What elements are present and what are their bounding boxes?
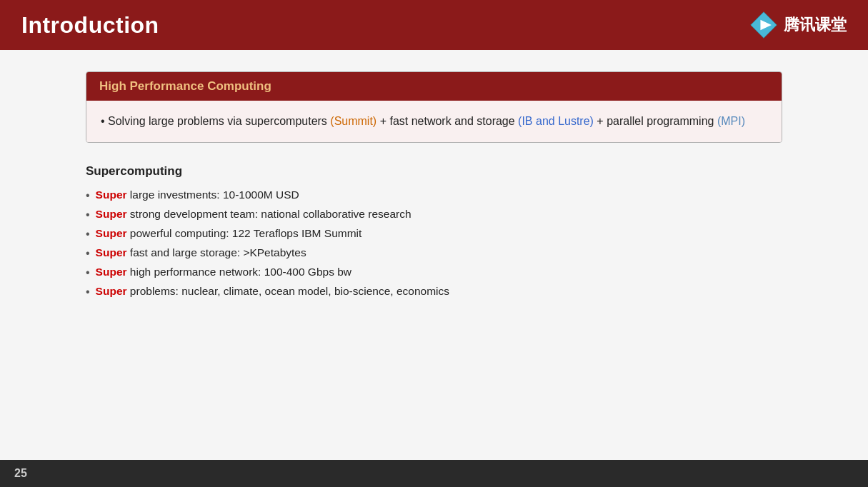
hpc-box-header: High Performance Computing	[86, 72, 782, 101]
hpc-summit: (Summit)	[330, 115, 376, 127]
list-item: • Super fast and large storage: >KPetaby…	[86, 246, 782, 260]
bottom-bar: 25	[0, 460, 868, 487]
bullet-text: Super strong development team: national …	[96, 208, 411, 221]
slide-header: Introduction 腾讯课堂	[0, 0, 868, 50]
list-item: • Super strong development team: nationa…	[86, 208, 782, 221]
hpc-text-3: + parallel programming	[594, 115, 717, 127]
supercomputing-section: Supercomputing • Super large investments…	[86, 157, 782, 298]
hpc-ib: (IB and Lustre)	[518, 115, 594, 127]
slide-content: High Performance Computing • Solving lar…	[0, 50, 868, 460]
list-item: • Super problems: nuclear, climate, ocea…	[86, 285, 782, 298]
super-label: Super	[96, 208, 127, 220]
bullet-dot: •	[86, 266, 90, 279]
hpc-description: • Solving large problems via supercomput…	[101, 112, 767, 131]
super-label: Super	[96, 246, 127, 258]
logo-text: 腾讯课堂	[784, 14, 847, 36]
super-label: Super	[96, 285, 127, 297]
tencent-logo-icon	[749, 11, 778, 39]
list-item: • Super powerful computing: 122 Teraflop…	[86, 227, 782, 241]
bullet-text: Super large investments: 10-1000M USD	[96, 189, 299, 201]
super-label: Super	[96, 266, 127, 278]
slide: Introduction 腾讯课堂 High Performance Compu…	[0, 0, 868, 487]
bullet-dot: •	[86, 247, 90, 260]
hpc-text-2: + fast network and storage	[376, 115, 518, 127]
logo-area: 腾讯课堂	[749, 11, 847, 39]
list-item: • Super high performance network: 100-40…	[86, 266, 782, 279]
bullet-text: Super powerful computing: 122 Teraflops …	[96, 227, 362, 240]
bullet-dot: •	[86, 228, 90, 241]
bullet-text: Super fast and large storage: >KPetabyte…	[96, 246, 306, 259]
hpc-box: High Performance Computing • Solving lar…	[86, 71, 782, 143]
bullet-text: Super high performance network: 100-400 …	[96, 266, 351, 278]
slide-title: Introduction	[21, 12, 159, 39]
supercomputing-title: Supercomputing	[86, 164, 782, 179]
super-label: Super	[96, 189, 127, 201]
hpc-box-title: High Performance Computing	[99, 79, 271, 93]
super-label: Super	[96, 227, 127, 239]
bullet-dot: •	[86, 286, 90, 298]
bullet-text: Super problems: nuclear, climate, ocean …	[96, 285, 449, 298]
bullet-dot: •	[86, 209, 90, 221]
hpc-mpi: (MPI)	[717, 115, 745, 127]
hpc-text-1: • Solving large problems via supercomput…	[101, 115, 330, 127]
slide-number: 25	[14, 467, 27, 480]
list-item: • Super large investments: 10-1000M USD	[86, 189, 782, 202]
bullet-list: • Super large investments: 10-1000M USD …	[86, 189, 782, 298]
bullet-dot: •	[86, 189, 90, 202]
hpc-box-body: • Solving large problems via supercomput…	[86, 101, 782, 142]
